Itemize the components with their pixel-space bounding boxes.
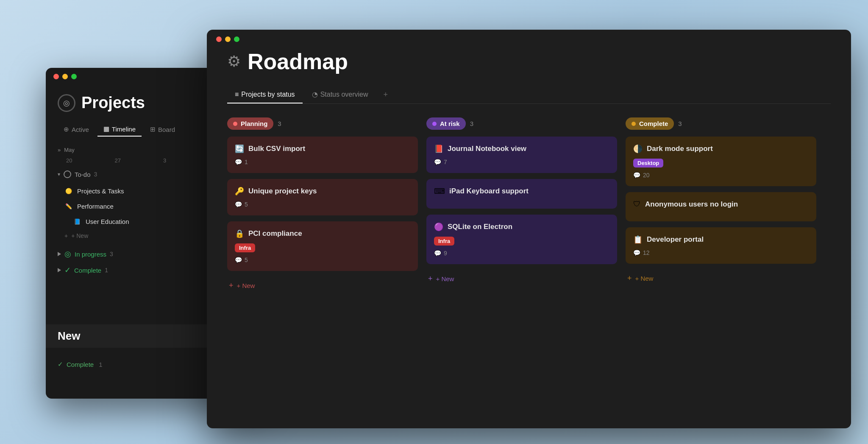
at-risk-dot — [432, 122, 437, 126]
tab-add-button[interactable]: + — [378, 86, 394, 103]
card-ipad-keyboard[interactable]: ⌨ iPad Keyboard support — [426, 179, 617, 209]
at-risk-pill: At risk — [426, 117, 466, 130]
timeline-tab-label: Timeline — [112, 126, 136, 133]
sqlite-title: SQLite on Electron — [448, 223, 512, 231]
tab-board[interactable]: ⊞ Board — [144, 122, 181, 137]
tab-active[interactable]: ⊕ Active — [58, 122, 95, 137]
complete-circle-icon: ✓ — [64, 265, 71, 275]
sqlite-comments: 9 — [444, 250, 447, 257]
column-complete-header: Complete 3 — [626, 117, 816, 130]
ipad-keyboard-title-row: ⌨ iPad Keyboard support — [434, 187, 609, 196]
complete-status-label: Complete — [67, 361, 94, 368]
dark-mode-meta: 💬 20 — [633, 172, 809, 179]
roadmap-window: ⚙ Roadmap ≡ Projects by status ◔ Status … — [207, 30, 851, 428]
card-dark-mode[interactable]: 🌗 Dark mode support Desktop 💬 20 — [626, 137, 816, 186]
roadmap-content: ⚙ Roadmap ≡ Projects by status ◔ Status … — [207, 49, 851, 294]
card-unique-project-keys[interactable]: 🔑 Unique project keys 💬 5 — [227, 179, 418, 215]
complete-status-count: 1 — [99, 361, 102, 368]
card-bulk-csv-import[interactable]: 🔄 Bulk CSV import 💬 1 — [227, 137, 418, 173]
fullscreen-dot[interactable] — [71, 74, 77, 79]
unique-keys-title: Unique project keys — [248, 187, 317, 195]
card-anonymous-users[interactable]: 🛡 Anonymous users no login — [626, 192, 816, 221]
roadmap-minimize-dot[interactable] — [225, 36, 231, 42]
tab-add-icon: + — [384, 90, 388, 99]
dark-mode-title-row: 🌗 Dark mode support — [633, 144, 809, 154]
planning-dot — [233, 122, 237, 126]
timeline-tab-icon: ▦ — [103, 125, 109, 133]
pci-infra-tag: Infra — [235, 243, 255, 252]
card-developer-portal[interactable]: 📋 Developer portal 💬 12 — [626, 227, 816, 264]
developer-portal-title-row: 📋 Developer portal — [633, 235, 809, 244]
developer-portal-comments: 12 — [643, 249, 650, 256]
column-at-risk: At risk 3 📕 Journal Notebook view 💬 7 — [426, 117, 617, 294]
active-tab-icon: ⊕ — [64, 126, 69, 133]
add-new-at-risk-button[interactable]: + + New — [426, 270, 617, 288]
add-new-complete-button[interactable]: + + New — [626, 270, 816, 287]
add-new-complete-label: + New — [635, 275, 654, 282]
dark-mode-icon: 🌗 — [633, 144, 643, 154]
developer-portal-comment-icon: 💬 — [633, 249, 640, 256]
pci-comments: 5 — [245, 257, 248, 263]
complete-toggle-icon — [58, 268, 61, 272]
todo-count: 3 — [94, 171, 97, 178]
sqlite-comment-icon: 💬 — [434, 250, 441, 257]
at-risk-count: 3 — [470, 120, 473, 127]
column-planning-header: Planning 3 — [227, 117, 418, 130]
ipad-keyboard-title: iPad Keyboard support — [449, 187, 529, 195]
card-sqlite-electron[interactable]: 🟣 SQLite on Electron Infra 💬 9 — [426, 215, 617, 264]
anonymous-title-row: 🛡 Anonymous users no login — [633, 200, 809, 209]
unique-keys-comment-icon: 💬 — [235, 201, 242, 208]
roadmap-title: Roadmap — [248, 49, 348, 74]
kanban-board: Planning 3 🔄 Bulk CSV import 💬 1 — [227, 117, 831, 294]
in-progress-count: 3 — [110, 251, 113, 257]
card-journal-notebook[interactable]: 📕 Journal Notebook view 💬 7 — [426, 137, 617, 173]
minimize-dot[interactable] — [62, 74, 68, 79]
pci-meta: 💬 5 — [235, 257, 410, 263]
in-progress-label: In progress — [75, 251, 106, 258]
add-new-at-risk-icon: + — [428, 274, 433, 283]
projects-by-status-label: Projects by status — [241, 91, 295, 98]
date-27: 27 — [114, 157, 120, 164]
todo-label: To-do — [75, 171, 91, 178]
bulk-csv-meta: 💬 1 — [235, 159, 410, 165]
add-new-planning-button[interactable]: + + New — [227, 277, 418, 294]
bulk-csv-comments: 1 — [245, 159, 248, 165]
board-tab-icon: ⊞ — [150, 126, 156, 133]
pci-title: PCI compliance — [248, 229, 302, 238]
unique-keys-icon: 🔑 — [235, 187, 244, 196]
performance-icon: ✏️ — [64, 202, 73, 210]
dark-mode-comments: 20 — [643, 172, 650, 179]
tab-projects-by-status[interactable]: ≡ Projects by status — [227, 87, 303, 103]
roadmap-close-dot[interactable] — [216, 36, 222, 42]
double-chevron-icon: » — [58, 147, 61, 153]
journal-icon: 📕 — [434, 144, 443, 154]
complete-col-count: 3 — [678, 120, 682, 127]
new-section-label: New — [58, 330, 80, 342]
planning-count: 3 — [278, 120, 281, 127]
user-education-icon: 📘 — [73, 217, 81, 226]
column-planning: Planning 3 🔄 Bulk CSV import 💬 1 — [227, 117, 418, 294]
complete-count: 1 — [105, 267, 108, 274]
add-new-todo-icon: + — [64, 232, 68, 239]
tab-status-overview[interactable]: ◔ Status overview — [304, 86, 376, 103]
card-pci-compliance[interactable]: 🔒 PCI compliance Infra 💬 5 — [227, 221, 418, 271]
bulk-csv-icon: 🔄 — [235, 144, 244, 154]
roadmap-gear-icon: ⚙ — [227, 53, 241, 70]
ipad-keyboard-icon: ⌨ — [434, 187, 445, 196]
sqlite-meta: 💬 9 — [434, 250, 609, 257]
timeline-month-label: May — [64, 147, 75, 153]
board-tab-label: Board — [158, 126, 175, 133]
todo-toggle-icon[interactable]: ▾ — [58, 171, 60, 177]
bulk-csv-comment-icon: 💬 — [235, 159, 242, 165]
roadmap-fullscreen-dot[interactable] — [234, 36, 239, 42]
close-dot[interactable] — [53, 74, 59, 79]
roadmap-titlebar — [207, 30, 851, 49]
tab-timeline[interactable]: ▦ Timeline — [97, 122, 142, 137]
dark-mode-title: Dark mode support — [647, 145, 713, 153]
journal-comment-icon: 💬 — [434, 159, 441, 165]
developer-portal-title: Developer portal — [647, 235, 704, 244]
dark-mode-desktop-tag: Desktop — [633, 159, 663, 168]
timeline-nav: » May — [58, 147, 75, 153]
planning-pill: Planning — [227, 117, 273, 130]
sqlite-icon: 🟣 — [434, 222, 443, 232]
